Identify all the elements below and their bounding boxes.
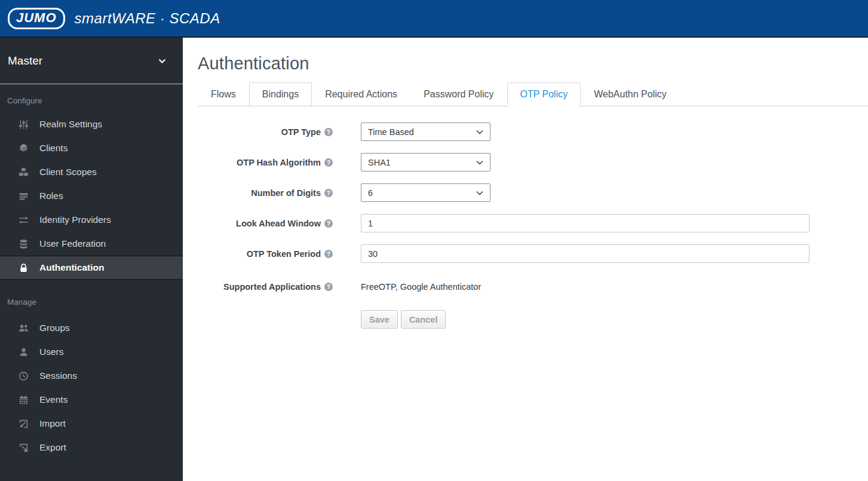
clock-icon [18,371,29,381]
chevron-down-icon [158,56,166,66]
tab-flows[interactable]: Flows [198,82,249,106]
otp-token-period-input[interactable] [361,244,809,263]
cubes-icon [18,167,29,177]
tab-webauthn-policy[interactable]: WebAuthn Policy [581,82,680,106]
tab-otp-policy[interactable]: OTP Policy [507,82,581,106]
help-icon[interactable]: ? [324,128,333,136]
sidebar-item-export[interactable]: Export [0,436,183,459]
sidebar-item-clients[interactable]: Clients [0,136,183,160]
export-icon [18,443,29,453]
lock-icon [18,263,29,273]
form-row-otp-type: OTP Type ? Time Based [198,122,868,141]
sidebar-item-import[interactable]: Import [0,412,183,436]
sidebar-item-identity-providers[interactable]: Identity Providers [0,208,183,232]
form-row-otp-token-period: OTP Token Period ? [198,244,868,263]
sidebar-item-events[interactable]: Events [0,388,183,412]
number-of-digits-select[interactable]: 6 [361,183,490,202]
realm-selector[interactable]: Master [0,38,183,84]
otp-hash-algorithm-label: OTP Hash Algorithm [237,158,321,167]
supported-applications-label: Supported Applications [223,282,321,292]
help-icon[interactable]: ? [324,158,333,167]
import-icon [18,419,29,429]
tab-bindings[interactable]: Bindings [249,82,312,106]
page-title: Authentication [198,54,868,73]
chevron-down-icon [476,130,483,134]
realm-name: Master [8,54,42,68]
sidebar-item-user-federation[interactable]: User Federation [0,232,183,256]
sidebar-item-groups[interactable]: Groups [0,316,183,340]
sidebar: Master Configure Realm Settings Clients [0,38,183,481]
sidebar-item-authentication[interactable]: Authentication [0,256,183,280]
number-of-digits-label: Number of Digits [251,188,321,198]
form-row-number-of-digits: Number of Digits ? 6 [198,183,868,202]
tab-required-actions[interactable]: Required Actions [312,82,410,106]
sidebar-item-roles[interactable]: Roles [0,184,183,208]
jumo-logo: JUMO [8,8,65,29]
help-icon[interactable]: ? [324,283,333,291]
cancel-button[interactable]: Cancel [401,310,446,329]
cube-icon [18,143,29,154]
brand-title: smartWARE · SCADA [75,10,220,27]
calendar-icon [18,395,29,405]
form-row-look-ahead-window: Look Ahead Window ? [198,214,868,232]
otp-hash-algorithm-select[interactable]: SHA1 [361,153,490,171]
sidebar-item-realm-settings[interactable]: Realm Settings [0,112,183,136]
sidebar-item-client-scopes[interactable]: Client Scopes [0,160,183,184]
chevron-down-icon [476,191,483,195]
look-ahead-window-input[interactable] [361,214,809,232]
otp-policy-form: OTP Type ? Time Based OTP Hash Algorithm… [198,122,868,329]
exchange-icon [18,215,29,225]
chevron-down-icon [476,160,483,165]
list-icon [18,191,29,201]
tab-bar: Flows Bindings Required Actions Password… [198,82,868,106]
database-icon [18,239,29,249]
user-icon [18,347,29,357]
section-label-configure: Configure [7,96,183,105]
help-icon[interactable]: ? [324,189,333,197]
sliders-icon [18,120,29,130]
otp-token-period-label: OTP Token Period [247,249,321,259]
help-icon[interactable]: ? [324,219,333,228]
main-content: Authentication Flows Bindings Required A… [183,38,868,480]
sidebar-item-users[interactable]: Users [0,340,183,364]
supported-applications-value: FreeOTP, Google Authenticator [361,282,481,292]
otp-type-select[interactable]: Time Based [361,122,490,141]
help-icon[interactable]: ? [324,250,333,258]
users-icon [18,323,29,333]
save-button[interactable]: Save [361,310,398,329]
tab-password-policy[interactable]: Password Policy [410,82,507,106]
form-row-otp-hash-algorithm: OTP Hash Algorithm ? SHA1 [198,153,868,171]
sidebar-item-sessions[interactable]: Sessions [0,364,183,388]
app-header: JUMO smartWARE · SCADA [0,0,868,38]
section-label-manage: Manage [7,298,183,307]
form-row-buttons: Save Cancel [198,310,868,329]
form-row-supported-applications: Supported Applications ? FreeOTP, Google… [198,277,868,296]
otp-type-label: OTP Type [281,127,321,137]
look-ahead-window-label: Look Ahead Window [236,219,321,228]
